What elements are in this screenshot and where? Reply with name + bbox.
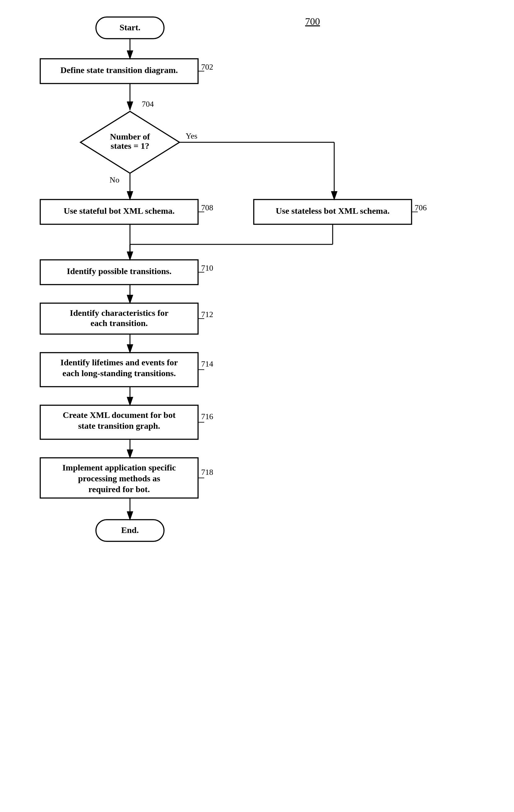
ref-710: 710 bbox=[201, 264, 213, 272]
node-706-label: Use stateless bot XML schema. bbox=[276, 206, 390, 215]
start-label: Start. bbox=[119, 23, 141, 32]
node-716-line1: Create XML document for bot bbox=[63, 410, 176, 420]
node-718-line3: required for bot. bbox=[88, 485, 150, 494]
ref-712: 712 bbox=[201, 310, 213, 319]
ref-702: 702 bbox=[201, 62, 213, 71]
ref-718: 718 bbox=[201, 468, 213, 477]
ref-706: 706 bbox=[415, 203, 427, 212]
ref-716: 716 bbox=[201, 412, 213, 421]
node-710-label: Identify possible transitions. bbox=[67, 266, 171, 276]
node-718-line2: processing methods as bbox=[78, 473, 160, 483]
yes-label: Yes bbox=[186, 132, 197, 140]
node-704-line1: Number of bbox=[110, 132, 150, 141]
node-718-line1: Implement application specific bbox=[62, 463, 176, 472]
flowchart-diagram: 700 Start. Define state transition diagr… bbox=[0, 0, 514, 812]
node-704-line2: states = 1? bbox=[111, 141, 149, 151]
ref-714: 714 bbox=[201, 359, 213, 369]
end-label: End. bbox=[121, 525, 139, 535]
node-712-line1: Identify characteristics for bbox=[70, 308, 169, 318]
ref-704: 704 bbox=[142, 99, 154, 109]
node-708-label: Use stateful bot XML schema. bbox=[64, 206, 175, 215]
node-714-line2: each long-standing transitions. bbox=[62, 369, 176, 378]
no-label: No bbox=[110, 175, 119, 184]
node-702-label: Define state transition diagram. bbox=[60, 65, 178, 75]
ref-708: 708 bbox=[201, 203, 213, 212]
node-714-line1: Identify lifetimes and events for bbox=[60, 357, 178, 367]
node-712-line2: each transition. bbox=[90, 318, 148, 328]
diagram-number: 700 bbox=[305, 16, 320, 27]
node-716-line2: state transition graph. bbox=[78, 421, 160, 431]
